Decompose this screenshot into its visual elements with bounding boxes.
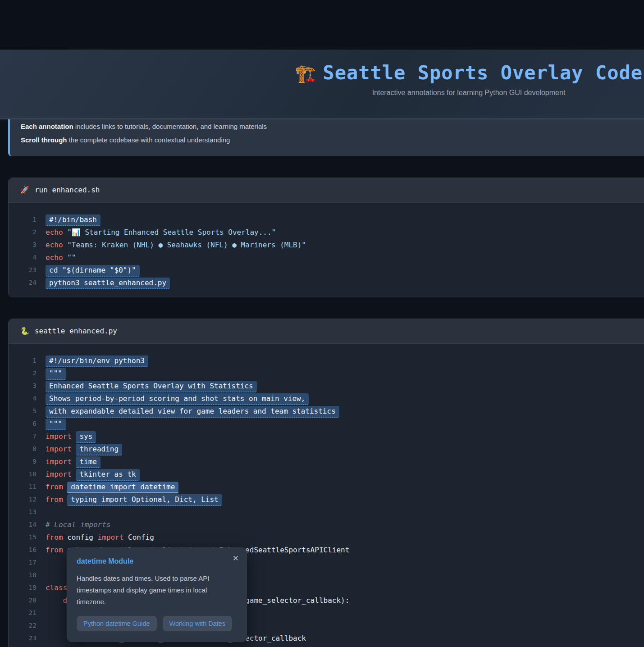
line-number: 23 [18, 634, 37, 642]
code-line: 13 [9, 506, 644, 518]
line-number: 20 [18, 597, 37, 604]
code-token: # Local imports [46, 520, 111, 529]
line-number: 3 [18, 382, 37, 389]
annotated-token[interactable]: Shows period-by-period scoring and shot … [46, 393, 309, 405]
code-token [63, 495, 68, 504]
code-token: from [46, 495, 63, 504]
annotated-token[interactable]: with expandable detailed view for game l… [46, 406, 339, 418]
code-line: 3Enhanced Seattle Sports Overlay with St… [9, 379, 644, 392]
code-line: 15from config import Config [9, 531, 644, 543]
annotation-tooltip: ✕ datetime Module Handles dates and time… [67, 547, 247, 642]
line-number: 2 [18, 228, 37, 236]
line-number: 5 [18, 407, 37, 415]
code-line: 11from datetime import datetime [9, 480, 644, 493]
code-line: 5with expandable detailed view for game … [9, 405, 644, 417]
annotated-token[interactable]: """ [46, 419, 66, 430]
annotated-token[interactable]: typing import Optional, Dict, List [67, 494, 222, 506]
line-content: import tkinter as tk [46, 470, 140, 478]
line-content: import time [46, 457, 100, 466]
code-token [63, 228, 68, 237]
annotated-token[interactable]: """ [46, 368, 66, 380]
line-content: from datetime import datetime [46, 483, 178, 491]
line-number: 12 [18, 496, 37, 503]
annotated-token[interactable]: threading [76, 444, 122, 456]
crane-icon: 🏗️ [295, 64, 316, 83]
line-content: """ [46, 419, 66, 428]
line-number: 13 [18, 508, 37, 515]
code-token: from [46, 533, 63, 542]
code-token [63, 241, 68, 249]
code-token: from [46, 483, 63, 491]
close-icon[interactable]: ✕ [233, 555, 239, 562]
line-content: with expandable detailed view for game l… [46, 407, 339, 415]
top-spacer [0, 0, 644, 50]
code-token [46, 596, 63, 605]
annotated-token[interactable]: time [76, 456, 100, 468]
code-token: import [46, 445, 72, 453]
code-line: 12from typing import Optional, Dict, Lis… [9, 493, 644, 506]
code-token: "📊 Starting Enhanced Seattle Sports Over… [67, 228, 276, 237]
annotated-token[interactable]: python3 seattle_enhanced.py [46, 278, 170, 289]
annotated-token[interactable]: sys [76, 431, 96, 443]
page-title-text: Seattle Sports Overlay Code [323, 62, 643, 84]
line-content: import threading [46, 445, 122, 453]
file-card-body: 1#!/bin/bash2echo "📊 Starting Enhanced S… [9, 203, 644, 297]
page: 🏗️Seattle Sports Overlay Code Interactiv… [0, 0, 644, 647]
code-line: 4Shows period-by-period scoring and shot… [9, 392, 644, 405]
code-token: from [46, 546, 63, 554]
annotated-token[interactable]: #!/usr/bin/env python3 [46, 355, 148, 367]
code-token: import [46, 457, 72, 466]
info-list: Each annotation includes links to tutori… [21, 120, 644, 147]
line-content: #!/bin/bash [46, 215, 100, 224]
annotated-token[interactable]: Enhanced Seattle Sports Overlay with Sta… [46, 381, 257, 392]
code-line: 2""" [9, 367, 644, 379]
file-name: run_enhanced.sh [35, 185, 100, 196]
annotated-token[interactable]: tkinter as tk [76, 469, 139, 481]
line-number: 8 [18, 445, 37, 452]
code-line: 2echo "📊 Starting Enhanced Seattle Sport… [9, 226, 644, 238]
info-box: Each annotation includes links to tutori… [8, 119, 644, 156]
code-line: 4echo "" [9, 251, 644, 264]
annotated-token[interactable]: #!/bin/bash [46, 214, 100, 226]
line-number: 17 [18, 559, 37, 566]
code-line: 24 [9, 644, 644, 647]
line-number: 9 [18, 458, 37, 465]
line-number: 4 [18, 395, 37, 402]
tooltip-link-button[interactable]: Python datetime Guide [77, 616, 157, 631]
rocket-icon: 🚀 [20, 185, 29, 196]
python-icon: 🐍 [20, 326, 29, 337]
file-name: seattle_enhanced.py [35, 326, 117, 337]
line-content: import sys [46, 432, 96, 441]
code-token: echo [46, 241, 63, 249]
code-line: 7import sys [9, 430, 644, 442]
line-content: Shows period-by-period scoring and shot … [46, 394, 309, 403]
line-number: 11 [18, 483, 37, 490]
code-token: Config [123, 533, 154, 542]
annotated-token[interactable]: cd "$(dirname "$0")" [46, 265, 140, 277]
line-number: 16 [18, 546, 37, 553]
code-line: 9import time [9, 455, 644, 468]
code-token: class [46, 583, 67, 592]
code-line: 14# Local imports [9, 518, 644, 531]
info-item-lead: Scroll through [21, 136, 67, 144]
line-content: echo "Teams: Kraken (NHL) ● Seahawks (NF… [46, 241, 306, 249]
line-content: python3 seattle_enhanced.py [46, 278, 170, 287]
line-number: 23 [18, 266, 37, 273]
info-item-text: the complete codebase with contextual un… [67, 136, 230, 144]
line-content: from typing import Optional, Dict, List [46, 495, 222, 504]
annotated-token[interactable]: datetime import datetime [67, 482, 178, 493]
info-item-text: includes links to tutorials, documentati… [73, 123, 267, 130]
code-line: 3echo "Teams: Kraken (NHL) ● Seahawks (N… [9, 238, 644, 251]
page-title: 🏗️Seattle Sports Overlay Code [0, 61, 644, 85]
line-content: """ [46, 369, 66, 378]
code-line: 6""" [9, 417, 644, 430]
line-content: #!/usr/bin/env python3 [46, 356, 148, 365]
tooltip-link-button[interactable]: Working with Dates [163, 616, 233, 631]
line-number: 4 [18, 254, 37, 261]
info-item-lead: Each annotation [21, 123, 73, 130]
code-token [72, 445, 76, 453]
code-token: "Teams: Kraken (NHL) ● Seahawks (NFL) ● … [67, 241, 306, 249]
line-number: 19 [18, 584, 37, 591]
line-content: echo "📊 Starting Enhanced Seattle Sports… [46, 228, 276, 237]
code-token [72, 432, 76, 441]
